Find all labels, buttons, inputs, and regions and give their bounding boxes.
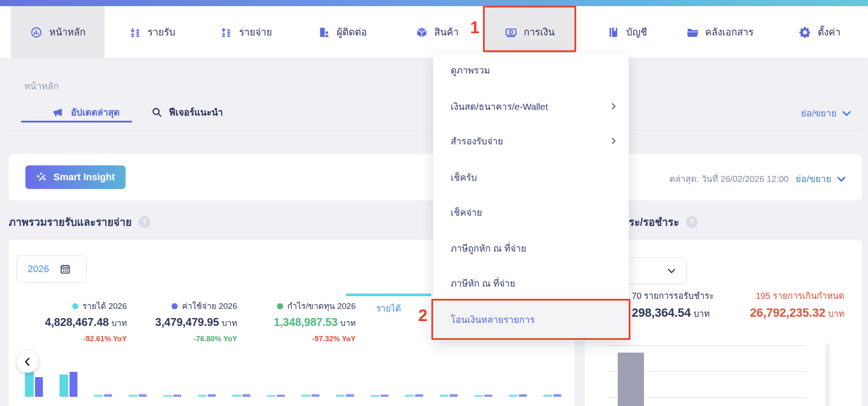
magic-wand-icon: [36, 172, 47, 183]
stat-amount: 298,364.54บาท: [632, 306, 714, 321]
help-icon[interactable]: ?: [686, 216, 698, 228]
chevron-down-icon: [836, 173, 847, 185]
chart-bar-expense: [35, 377, 43, 397]
chart-bar-revenue: [94, 395, 103, 397]
chart-bar-expense: [242, 394, 250, 397]
nav-item-income[interactable]: รายรับ: [123, 6, 180, 58]
menu-item-label: ภาษีหัก ณ ที่จ่าย: [451, 276, 617, 290]
chart-bar-revenue: [543, 395, 552, 397]
chart-bar-revenue: [371, 395, 379, 397]
stat-count: 70 รายการรอรับชำระ: [632, 289, 714, 303]
chart-bar-expense: [70, 372, 77, 397]
chart-bar-revenue: [440, 395, 448, 397]
chart-bar-revenue: [60, 374, 68, 397]
top-gradient-strip: [0, 0, 868, 6]
smart-insight-button[interactable]: Smart Insight: [25, 165, 126, 189]
menu-item-label: เงินสด/ธนาคาร/e-Wallet: [451, 99, 609, 114]
nav-item-label: การเงิน: [524, 24, 555, 40]
app-window: หน้าหลักรายรับรายจ่ายผู้ติดต่อสินค้าการเ…: [0, 0, 868, 406]
chart-bar-revenue: [301, 395, 310, 397]
nav-item-dashboard[interactable]: หน้าหลัก: [11, 6, 105, 58]
folder-icon: [686, 26, 699, 39]
nav-item-label: ผู้ติดต่อ: [337, 24, 367, 40]
nav-item-gear[interactable]: ตั้งค่า: [795, 6, 844, 58]
menu-item-label: เช็คจ่าย: [451, 205, 617, 220]
nav-item-label: บัญชี: [626, 24, 647, 40]
series-tab-indicator: [346, 294, 431, 296]
tab-latest-updates[interactable]: อัปเดตล่าสุด: [52, 105, 120, 119]
contacts-icon: [318, 26, 331, 39]
dashboard-icon: [30, 26, 43, 39]
chart-bar-expense: [415, 394, 423, 397]
chart-bar-revenue: [198, 395, 206, 397]
chart-prev-button[interactable]: [17, 351, 38, 373]
menu-item-finance[interactable]: เช็ครับ: [433, 164, 629, 190]
nav-item-folder[interactable]: คลังเอกสาร: [679, 6, 760, 58]
legend-dot-icon: [172, 303, 178, 309]
chart-bar-expense: [277, 395, 285, 397]
nav-item-product[interactable]: สินค้า: [413, 6, 461, 58]
chevron-left-icon: [22, 356, 33, 368]
chart-bar-revenue: [405, 395, 414, 397]
legend-value: 4,828,467.48บาท: [22, 316, 127, 329]
chart-bar-revenue: [336, 395, 345, 397]
collapse-expand-top[interactable]: ย่อ/ขยาย: [801, 106, 852, 120]
legend-yoy: -92.61% YoY: [22, 335, 127, 343]
menu-item-label: โอนเงินหลายรายการ: [451, 312, 617, 327]
annotation-step-2: 2: [418, 307, 427, 324]
menu-item-label: สำรองรับจ่าย: [451, 134, 609, 148]
nav-item-money[interactable]: การเงิน: [484, 6, 575, 58]
chart-bar-expense: [450, 394, 458, 397]
legend-dot-icon: [277, 303, 283, 309]
menu-item-label: เช็ครับ: [451, 170, 617, 185]
nav-item-contacts[interactable]: ผู้ติดต่อ: [312, 6, 373, 58]
help-icon[interactable]: ?: [139, 216, 150, 228]
tab-recommended-features[interactable]: ฟีเจอร์แนะนำ: [151, 105, 223, 119]
chevron-right-icon: [609, 137, 617, 145]
menu-item-label: ภาษีถูกหัก ณ ที่จ่าย: [451, 241, 617, 256]
chart-bar-expense: [173, 395, 181, 397]
legend-label: รายได้ 2026: [83, 301, 127, 311]
menu-item-finance[interactable]: ภาษีหัก ณ ที่จ่าย: [433, 270, 629, 296]
menu-item-finance[interactable]: ภาษีถูกหัก ณ ที่จ่าย: [433, 235, 629, 261]
breadcrumb: หน้าหลัก: [24, 79, 59, 93]
finance-dropdown-menu: ดูภาพรวมเงินสด/ธนาคาร/e-Walletสำรองรับจ่…: [433, 53, 629, 340]
menu-item-finance[interactable]: เงินสด/ธนาคาร/e-Wallet: [433, 93, 629, 119]
chart-bar-revenue: [163, 395, 172, 397]
chart-bar-revenue: [25, 372, 34, 397]
nav-item-ledger[interactable]: บัญชี: [603, 6, 651, 58]
chevron-down-icon: [666, 266, 677, 278]
year-picker[interactable]: 2026: [17, 256, 87, 283]
chevron-right-icon: [609, 102, 617, 110]
legend-ค่าใช้จ่าย: ค่าใช้จ่าย 20263,479,479.95บาท-76.80% Yo…: [136, 299, 237, 343]
nav-item-expense[interactable]: รายจ่าย: [215, 6, 276, 58]
legend-กำไร/ขาดทุน: กำไร/ขาดทุน 20261,348,987.53บาท-97.32% Y…: [254, 299, 356, 343]
nav-item-label: ตั้งค่า: [818, 24, 840, 40]
search-icon: [151, 106, 163, 118]
collapse-expand-smart[interactable]: ย่อ/ขยาย: [795, 172, 847, 186]
chart-bar-expense: [381, 395, 388, 397]
menu-item-finance[interactable]: เช็คจ่าย: [433, 199, 629, 225]
chart-bar-revenue: [509, 395, 518, 397]
menu-item-transfer-multiple[interactable]: โอนเงินหลายรายการ: [433, 306, 629, 332]
menu-item-finance[interactable]: ดูภาพรวม: [433, 57, 629, 83]
legend-รายได้: รายได้ 20264,828,467.48บาท-92.61% YoY: [22, 299, 127, 343]
legend-label: ค่าใช้จ่าย 2026: [182, 301, 237, 311]
menu-item-label: ดูภาพรวม: [451, 63, 617, 77]
gear-icon: [798, 26, 812, 39]
menu-item-finance[interactable]: สำรองรับจ่าย: [433, 128, 629, 154]
chart-bar-expense: [484, 395, 492, 397]
chart-bar-expense: [346, 394, 354, 397]
scrollbar[interactable]: [825, 343, 830, 406]
legend-yoy: -97.32% YoY: [254, 335, 356, 343]
chart-bar-expense: [553, 394, 561, 397]
chart-bar-revenue: [267, 395, 276, 397]
nav-item-label: หน้าหลัก: [49, 24, 85, 40]
chart-bar-revenue: [232, 395, 241, 397]
chart-bar-revenue: [474, 395, 483, 397]
receivable-chart-bar: [618, 353, 644, 406]
chart-bar-expense: [139, 394, 147, 397]
overdue-stat: 195 รายการเกินกำหนด26,792,235.32บาท: [750, 289, 844, 321]
calendar-icon: [60, 263, 71, 275]
nav-item-label: รายจ่าย: [239, 24, 272, 40]
